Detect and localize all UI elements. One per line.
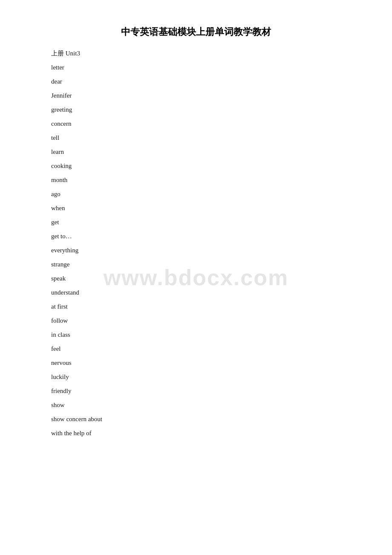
list-item: tell — [51, 135, 341, 141]
list-item: cooking — [51, 163, 341, 169]
list-item: understand — [51, 289, 341, 296]
list-item: luckily — [51, 374, 341, 380]
word-list: 上册 Unit3letterdearJennifergreetingconcer… — [51, 50, 341, 436]
list-item: month — [51, 177, 341, 183]
list-item: follow — [51, 318, 341, 324]
list-item: in class — [51, 332, 341, 338]
list-item: show concern about — [51, 416, 341, 422]
list-item: feel — [51, 346, 341, 352]
list-item: show — [51, 402, 341, 408]
list-item: when — [51, 205, 341, 211]
list-item: nervous — [51, 360, 341, 366]
list-item: concern — [51, 121, 341, 127]
list-item: strange — [51, 261, 341, 268]
list-item: dear — [51, 78, 341, 85]
list-item: learn — [51, 149, 341, 155]
list-item: Jennifer — [51, 92, 341, 99]
list-item: at first — [51, 304, 341, 310]
list-item: with the help of — [51, 430, 341, 436]
list-item: ago — [51, 191, 341, 197]
list-item: 上册 Unit3 — [51, 50, 341, 57]
list-item: everything — [51, 247, 341, 254]
list-item: friendly — [51, 388, 341, 394]
list-item: speak — [51, 275, 341, 282]
list-item: greeting — [51, 107, 341, 113]
list-item: get to… — [51, 233, 341, 240]
list-item: get — [51, 219, 341, 225]
page-container: www.bdocx.com 中专英语基础模块上册单词教学教材 上册 Unit3l… — [0, 0, 392, 555]
page-title: 中专英语基础模块上册单词教学教材 — [51, 26, 341, 38]
list-item: letter — [51, 64, 341, 71]
